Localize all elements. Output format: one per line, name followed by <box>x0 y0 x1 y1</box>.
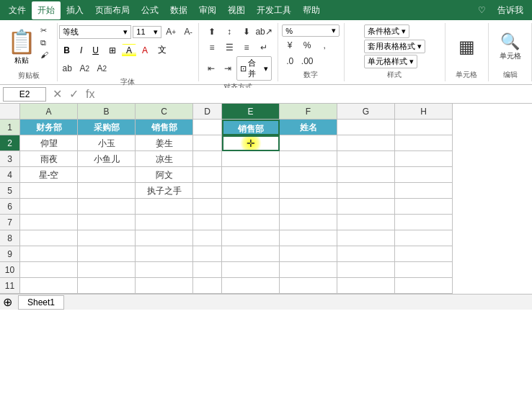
cell-e5[interactable] <box>222 183 280 199</box>
cell-b1[interactable]: 采购部 <box>78 120 136 135</box>
cell-f3[interactable] <box>280 151 337 167</box>
wrap-text-btn[interactable]: ↵ <box>256 40 272 55</box>
cell-d3[interactable] <box>193 151 222 167</box>
cell-e4[interactable] <box>222 167 280 183</box>
menu-layout[interactable]: 页面布局 <box>89 1 136 19</box>
menu-heart[interactable]: ♡ <box>472 2 492 18</box>
decrease-decimal-btn[interactable]: .0 <box>282 54 298 68</box>
cell-d5[interactable] <box>193 183 222 199</box>
text-angle-btn[interactable]: ab↗ <box>256 24 272 39</box>
cell-h10[interactable] <box>395 262 453 278</box>
search-button[interactable]: 🔍 单元格 <box>495 24 526 68</box>
cell-f2[interactable] <box>280 135 337 151</box>
cell-e6[interactable] <box>222 199 280 215</box>
cell-b6[interactable] <box>78 199 136 215</box>
menu-dev[interactable]: 开发工具 <box>251 1 297 19</box>
cell-a6[interactable] <box>20 199 78 215</box>
paste-button[interactable]: 📋 粘贴 <box>6 24 37 69</box>
menu-tell-me[interactable]: 告诉我 <box>492 1 529 19</box>
row-header-5[interactable]: 5 <box>0 183 20 199</box>
align-center-btn[interactable]: ☰ <box>221 40 237 55</box>
currency-btn[interactable]: ¥ <box>282 38 298 53</box>
cell-c10[interactable] <box>136 262 193 278</box>
italic-button[interactable]: I <box>76 44 87 57</box>
cell-b7[interactable] <box>78 215 136 230</box>
cut-button[interactable]: ✂ <box>37 24 51 37</box>
row-header-11[interactable]: 11 <box>0 278 20 294</box>
cell-f8[interactable] <box>280 230 337 246</box>
cell-h9[interactable] <box>395 246 453 262</box>
row-header-3[interactable]: 3 <box>0 151 20 167</box>
cell-e10[interactable] <box>222 262 280 278</box>
percent-btn[interactable]: % <box>299 38 315 53</box>
border-button[interactable]: ⊞ <box>105 44 120 57</box>
font-extras-button[interactable]: 文 <box>154 42 171 58</box>
cell-styles-btn[interactable]: 单元格样式 ▾ <box>364 55 417 68</box>
fill-color-button[interactable]: A <box>122 44 136 57</box>
cell-c8[interactable] <box>136 230 193 246</box>
cell-a11[interactable] <box>20 278 78 294</box>
cell-a3[interactable]: 雨夜 <box>20 151 78 167</box>
cell-h6[interactable] <box>395 199 453 215</box>
cell-h5[interactable] <box>395 183 453 199</box>
col-header-g[interactable]: G <box>337 104 395 120</box>
cell-d6[interactable] <box>193 199 222 215</box>
subscript-btn[interactable]: A2 <box>76 61 92 76</box>
cell-g3[interactable] <box>337 151 395 167</box>
row-header-6[interactable]: 6 <box>0 199 20 215</box>
merge-center-btn[interactable]: ⊡ 合并 ▾ <box>236 56 272 81</box>
copy-button[interactable]: ⧉ <box>37 37 51 49</box>
font-name-combo[interactable]: 等线 ▾ <box>59 25 131 39</box>
menu-help[interactable]: 帮助 <box>297 1 326 19</box>
cell-g10[interactable] <box>337 262 395 278</box>
cell-c4[interactable]: 阿文 <box>136 167 193 183</box>
cell-b8[interactable] <box>78 230 136 246</box>
increase-decimal-btn[interactable]: .00 <box>299 54 315 68</box>
cell-b2[interactable]: 小玉 <box>78 135 136 151</box>
menu-file[interactable]: 文件 <box>3 1 32 19</box>
cell-h8[interactable] <box>395 230 453 246</box>
align-right-btn[interactable]: ≡ <box>239 40 254 55</box>
cell-b11[interactable] <box>78 278 136 294</box>
conditional-format-btn[interactable]: 条件格式 ▾ <box>364 24 409 38</box>
col-header-f[interactable]: F <box>280 104 337 120</box>
cell-f11[interactable] <box>280 278 337 294</box>
increase-indent-btn[interactable]: ⇥ <box>221 61 236 76</box>
cell-e7[interactable] <box>222 215 280 230</box>
cell-h7[interactable] <box>395 215 453 230</box>
insert-function-btn[interactable]: fx <box>82 88 98 101</box>
col-header-e[interactable]: E <box>222 104 280 120</box>
cell-f6[interactable] <box>280 199 337 215</box>
cell-g11[interactable] <box>337 278 395 294</box>
cell-c7[interactable] <box>136 215 193 230</box>
row-header-9[interactable]: 9 <box>0 246 20 262</box>
cell-e11[interactable] <box>222 278 280 294</box>
cell-reference-input[interactable] <box>3 87 46 102</box>
col-header-d[interactable]: D <box>193 104 222 120</box>
cell-h4[interactable] <box>395 167 453 183</box>
bold-button[interactable]: B <box>59 44 74 57</box>
underline-button[interactable]: U <box>88 44 103 57</box>
cell-d4[interactable] <box>193 167 222 183</box>
cell-a10[interactable] <box>20 262 78 278</box>
col-header-h[interactable]: H <box>395 104 453 120</box>
cell-c1[interactable]: 销售部 <box>136 120 193 135</box>
menu-view[interactable]: 视图 <box>222 1 251 19</box>
cell-g9[interactable] <box>337 246 395 262</box>
cancel-formula-btn[interactable]: ✕ <box>49 87 66 101</box>
cell-f1[interactable]: 姓名 <box>280 120 337 135</box>
cell-b4[interactable] <box>78 167 136 183</box>
cell-e9[interactable] <box>222 246 280 262</box>
align-bottom-btn[interactable]: ⬇ <box>239 24 254 39</box>
cell-f4[interactable] <box>280 167 337 183</box>
cell-g4[interactable] <box>337 167 395 183</box>
row-header-1[interactable]: 1 <box>0 120 20 135</box>
col-header-a[interactable]: A <box>20 104 78 120</box>
cell-d9[interactable] <box>193 246 222 262</box>
superscript-btn[interactable]: A2 <box>94 61 110 76</box>
menu-review[interactable]: 审阅 <box>193 1 222 19</box>
row-header-2[interactable]: 2 <box>0 135 20 151</box>
cell-d11[interactable] <box>193 278 222 294</box>
align-top-btn[interactable]: ⬆ <box>204 24 220 39</box>
confirm-formula-btn[interactable]: ✓ <box>66 87 82 101</box>
